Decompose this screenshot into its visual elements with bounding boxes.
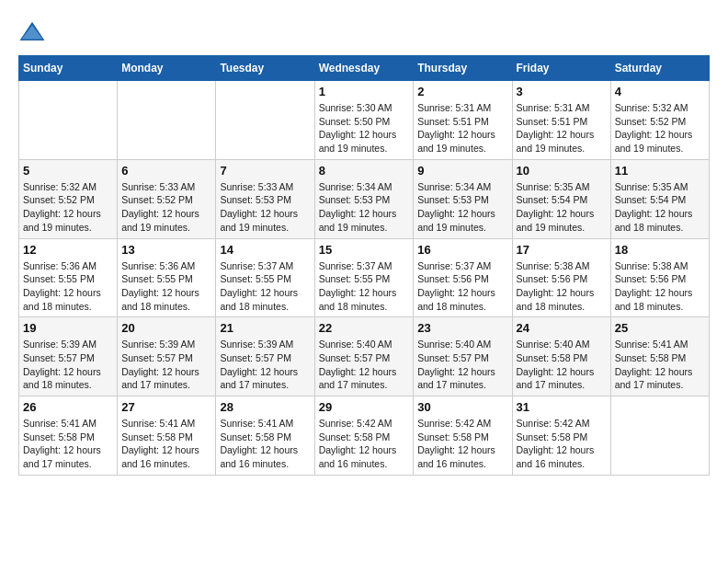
- day-info: Sunrise: 5:33 AM Sunset: 5:52 PM Dayligh…: [121, 180, 211, 235]
- day-number: 13: [121, 243, 211, 257]
- calendar-cell: 27Sunrise: 5:41 AM Sunset: 5:58 PM Dayli…: [118, 396, 216, 476]
- day-number: 18: [615, 243, 705, 257]
- day-number: 25: [615, 321, 705, 335]
- calendar-cell: 12Sunrise: 5:36 AM Sunset: 5:55 PM Dayli…: [19, 238, 118, 317]
- day-of-week-header: Sunday: [19, 56, 118, 81]
- day-info: Sunrise: 5:36 AM Sunset: 5:55 PM Dayligh…: [23, 259, 113, 314]
- calendar-cell: 14Sunrise: 5:37 AM Sunset: 5:55 PM Dayli…: [216, 238, 314, 317]
- day-number: 17: [517, 243, 607, 257]
- day-number: 14: [220, 243, 310, 257]
- day-info: Sunrise: 5:37 AM Sunset: 5:55 PM Dayligh…: [319, 259, 410, 314]
- day-number: 8: [319, 164, 410, 178]
- calendar-cell: 11Sunrise: 5:35 AM Sunset: 5:54 PM Dayli…: [610, 159, 709, 238]
- calendar-cell: [19, 81, 118, 160]
- calendar-cell: 13Sunrise: 5:36 AM Sunset: 5:55 PM Dayli…: [118, 238, 216, 317]
- calendar-cell: 24Sunrise: 5:40 AM Sunset: 5:58 PM Dayli…: [512, 317, 610, 396]
- calendar-cell: 22Sunrise: 5:40 AM Sunset: 5:57 PM Dayli…: [314, 317, 414, 396]
- calendar-cell: 8Sunrise: 5:34 AM Sunset: 5:53 PM Daylig…: [314, 159, 414, 238]
- day-info: Sunrise: 5:37 AM Sunset: 5:55 PM Dayligh…: [220, 259, 310, 314]
- day-number: 20: [121, 321, 211, 335]
- day-number: 29: [319, 400, 410, 414]
- day-info: Sunrise: 5:41 AM Sunset: 5:58 PM Dayligh…: [220, 417, 310, 471]
- day-info: Sunrise: 5:32 AM Sunset: 5:52 PM Dayligh…: [23, 180, 113, 235]
- day-number: 12: [23, 243, 113, 257]
- calendar-cell: 31Sunrise: 5:42 AM Sunset: 5:58 PM Dayli…: [512, 396, 610, 476]
- day-number: 30: [417, 400, 507, 414]
- calendar-week-row: 12Sunrise: 5:36 AM Sunset: 5:55 PM Dayli…: [19, 238, 710, 317]
- day-info: Sunrise: 5:42 AM Sunset: 5:58 PM Dayligh…: [319, 417, 410, 471]
- day-info: Sunrise: 5:30 AM Sunset: 5:50 PM Dayligh…: [319, 101, 410, 155]
- day-info: Sunrise: 5:41 AM Sunset: 5:58 PM Dayligh…: [23, 417, 113, 471]
- day-info: Sunrise: 5:38 AM Sunset: 5:56 PM Dayligh…: [615, 259, 705, 314]
- day-info: Sunrise: 5:41 AM Sunset: 5:58 PM Dayligh…: [615, 338, 705, 392]
- calendar-cell: 25Sunrise: 5:41 AM Sunset: 5:58 PM Dayli…: [610, 317, 709, 396]
- day-number: 2: [417, 85, 507, 98]
- calendar-cell: 20Sunrise: 5:39 AM Sunset: 5:57 PM Dayli…: [118, 317, 216, 396]
- day-number: 28: [220, 400, 310, 414]
- day-info: Sunrise: 5:40 AM Sunset: 5:58 PM Dayligh…: [517, 338, 607, 392]
- calendar-cell: [216, 81, 314, 160]
- day-info: Sunrise: 5:33 AM Sunset: 5:53 PM Dayligh…: [220, 180, 310, 235]
- day-number: 3: [517, 85, 607, 98]
- day-info: Sunrise: 5:40 AM Sunset: 5:57 PM Dayligh…: [417, 338, 507, 392]
- day-number: 27: [121, 400, 211, 414]
- calendar-cell: [610, 396, 709, 476]
- day-number: 16: [417, 243, 507, 257]
- calendar-cell: [118, 81, 216, 160]
- calendar-week-row: 1Sunrise: 5:30 AM Sunset: 5:50 PM Daylig…: [19, 81, 710, 160]
- day-number: 22: [319, 321, 410, 335]
- calendar-cell: 29Sunrise: 5:42 AM Sunset: 5:58 PM Dayli…: [314, 396, 414, 476]
- calendar-cell: 26Sunrise: 5:41 AM Sunset: 5:58 PM Dayli…: [19, 396, 118, 476]
- calendar-cell: 1Sunrise: 5:30 AM Sunset: 5:50 PM Daylig…: [314, 81, 414, 160]
- svg-marker-1: [22, 26, 43, 40]
- day-number: 4: [615, 85, 705, 98]
- calendar-cell: 10Sunrise: 5:35 AM Sunset: 5:54 PM Dayli…: [512, 159, 610, 238]
- day-info: Sunrise: 5:42 AM Sunset: 5:58 PM Dayligh…: [517, 417, 607, 471]
- calendar-cell: 2Sunrise: 5:31 AM Sunset: 5:51 PM Daylig…: [414, 81, 512, 160]
- logo: [18, 18, 50, 46]
- calendar-cell: 28Sunrise: 5:41 AM Sunset: 5:58 PM Dayli…: [216, 396, 314, 476]
- day-number: 24: [517, 321, 607, 335]
- day-info: Sunrise: 5:38 AM Sunset: 5:56 PM Dayligh…: [517, 259, 607, 314]
- day-of-week-header: Thursday: [414, 56, 512, 81]
- calendar-week-row: 19Sunrise: 5:39 AM Sunset: 5:57 PM Dayli…: [19, 317, 710, 396]
- day-number: 6: [121, 164, 211, 178]
- day-info: Sunrise: 5:34 AM Sunset: 5:53 PM Dayligh…: [319, 180, 410, 235]
- calendar-cell: 6Sunrise: 5:33 AM Sunset: 5:52 PM Daylig…: [118, 159, 216, 238]
- logo-icon: [18, 18, 46, 46]
- calendar-cell: 16Sunrise: 5:37 AM Sunset: 5:56 PM Dayli…: [414, 238, 512, 317]
- calendar-cell: 3Sunrise: 5:31 AM Sunset: 5:51 PM Daylig…: [512, 81, 610, 160]
- calendar-cell: 30Sunrise: 5:42 AM Sunset: 5:58 PM Dayli…: [414, 396, 512, 476]
- calendar-cell: 15Sunrise: 5:37 AM Sunset: 5:55 PM Dayli…: [314, 238, 414, 317]
- calendar-header-row: SundayMondayTuesdayWednesdayThursdayFrid…: [19, 56, 710, 81]
- day-info: Sunrise: 5:31 AM Sunset: 5:51 PM Dayligh…: [517, 101, 607, 155]
- day-info: Sunrise: 5:37 AM Sunset: 5:56 PM Dayligh…: [417, 259, 507, 314]
- day-info: Sunrise: 5:39 AM Sunset: 5:57 PM Dayligh…: [23, 338, 113, 392]
- day-of-week-header: Wednesday: [314, 56, 414, 81]
- day-number: 11: [615, 164, 705, 178]
- day-number: 7: [220, 164, 310, 178]
- day-info: Sunrise: 5:42 AM Sunset: 5:58 PM Dayligh…: [417, 417, 507, 471]
- day-number: 15: [319, 243, 410, 257]
- day-of-week-header: Tuesday: [216, 56, 314, 81]
- calendar-cell: 21Sunrise: 5:39 AM Sunset: 5:57 PM Dayli…: [216, 317, 314, 396]
- page-header: [18, 18, 710, 46]
- day-info: Sunrise: 5:31 AM Sunset: 5:51 PM Dayligh…: [417, 101, 507, 155]
- calendar-cell: 18Sunrise: 5:38 AM Sunset: 5:56 PM Dayli…: [610, 238, 709, 317]
- day-info: Sunrise: 5:36 AM Sunset: 5:55 PM Dayligh…: [121, 259, 211, 314]
- day-info: Sunrise: 5:39 AM Sunset: 5:57 PM Dayligh…: [220, 338, 310, 392]
- calendar-cell: 4Sunrise: 5:32 AM Sunset: 5:52 PM Daylig…: [610, 81, 709, 160]
- day-number: 9: [417, 164, 507, 178]
- day-number: 1: [319, 85, 410, 98]
- calendar-cell: 5Sunrise: 5:32 AM Sunset: 5:52 PM Daylig…: [19, 159, 118, 238]
- calendar-table: SundayMondayTuesdayWednesdayThursdayFrid…: [18, 55, 710, 476]
- day-of-week-header: Saturday: [610, 56, 709, 81]
- calendar-week-row: 26Sunrise: 5:41 AM Sunset: 5:58 PM Dayli…: [19, 396, 710, 476]
- calendar-cell: 9Sunrise: 5:34 AM Sunset: 5:53 PM Daylig…: [414, 159, 512, 238]
- day-info: Sunrise: 5:39 AM Sunset: 5:57 PM Dayligh…: [121, 338, 211, 392]
- day-info: Sunrise: 5:35 AM Sunset: 5:54 PM Dayligh…: [517, 180, 607, 235]
- day-of-week-header: Friday: [512, 56, 610, 81]
- day-number: 26: [23, 400, 113, 414]
- calendar-week-row: 5Sunrise: 5:32 AM Sunset: 5:52 PM Daylig…: [19, 159, 710, 238]
- calendar-cell: 23Sunrise: 5:40 AM Sunset: 5:57 PM Dayli…: [414, 317, 512, 396]
